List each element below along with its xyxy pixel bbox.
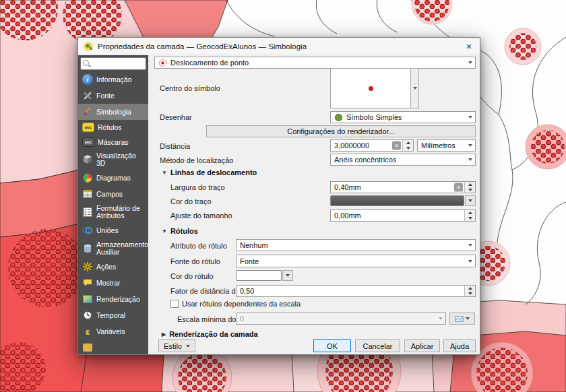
sidebar-item-informacao[interactable]: i Informação	[78, 71, 148, 88]
sidebar-item-formulario[interactable]: Formulário de Atributos	[78, 202, 148, 222]
label-attribute-combobox[interactable]: Nenhum	[236, 239, 476, 251]
spin-down-icon	[468, 189, 472, 191]
gear-icon	[82, 261, 93, 272]
joins-icon	[82, 225, 93, 236]
spin-buttons[interactable]	[464, 286, 475, 296]
info-icon: i	[82, 74, 93, 85]
ok-button[interactable]: OK	[313, 339, 351, 352]
sidebar-item-unioes[interactable]: Uniões	[78, 222, 148, 238]
variables-icon: ε	[82, 326, 93, 337]
sidebar-item-acoes[interactable]: Ações	[78, 259, 148, 275]
symbology-panel: Deslocamento de ponto Centro do símbolo …	[148, 55, 480, 354]
apply-button[interactable]: Aplicar	[404, 339, 440, 352]
sidebar-search[interactable]	[80, 57, 146, 70]
sub-renderer-combobox[interactable]: Símbolo Simples	[330, 111, 476, 123]
point-displacement-icon	[158, 59, 167, 67]
close-icon[interactable]: ✕	[458, 38, 480, 55]
rendering-icon	[82, 294, 93, 304]
cancel-button[interactable]: Cancelar	[355, 339, 400, 352]
set-current-scale-button[interactable]	[449, 313, 475, 325]
spin-down-icon	[468, 292, 472, 295]
sidebar-item-renderizacao[interactable]: Renderização	[78, 291, 148, 307]
displacement-lines-group-header[interactable]: ▼ Linhas de deslocamento	[162, 168, 257, 176]
renderer-combobox[interactable]: Deslocamento de ponto	[154, 57, 476, 69]
label-color-swatch[interactable]	[236, 270, 282, 281]
sidebar-item-more[interactable]	[78, 339, 148, 354]
stroke-color-button[interactable]	[330, 195, 476, 206]
stroke-width-spinbox[interactable]: 0,40mm ✕	[330, 181, 476, 193]
labels-group-header[interactable]: ▼ Rótulos	[162, 227, 198, 235]
properties-sidebar: i Informação Fonte Simbologia abc	[78, 55, 148, 354]
label-color-dropdown[interactable]	[282, 270, 293, 281]
sidebar-item-rotulos[interactable]: abc Rótulos	[78, 120, 148, 135]
sidebar-item-variaveis[interactable]: ε Variáveis	[78, 323, 148, 339]
sidebar-item-fonte[interactable]: Fonte	[78, 88, 148, 104]
clear-value-icon[interactable]: ✕	[454, 183, 463, 192]
label-font-label: Fonte do rótulo	[170, 257, 220, 266]
min-scale-combobox[interactable]: 0	[236, 313, 446, 325]
distance-unit-combobox[interactable]: Milímetros	[417, 139, 476, 152]
sidebar-item-simbologia[interactable]: Simbologia	[78, 104, 148, 120]
dialog-title: Propriedades da camada — GeocodExAlunos …	[98, 42, 307, 51]
spin-up-icon	[406, 141, 410, 144]
spin-buttons[interactable]	[464, 182, 475, 193]
spin-up-icon	[468, 183, 472, 186]
sidebar-item-armazenamento[interactable]: Armazenamento Auxiliar	[78, 238, 148, 259]
marker-dot-icon	[369, 86, 373, 91]
collapse-triangle-icon: ▼	[162, 228, 167, 234]
clear-value-icon[interactable]: ✕	[392, 141, 401, 150]
checkbox-unchecked[interactable]	[170, 300, 179, 308]
sidebar-item-campos[interactable]: Campos	[78, 186, 148, 202]
pie-chart-icon	[82, 172, 93, 183]
placement-method-combobox[interactable]: Anéis concêntricos	[330, 154, 476, 166]
stroke-color-dropdown[interactable]	[465, 195, 476, 206]
spin-buttons[interactable]	[402, 140, 413, 151]
renderer-settings-button[interactable]: Configurações do renderizador...	[206, 125, 476, 137]
sidebar-item-temporal[interactable]: Temporal	[78, 307, 148, 323]
stroke-color-label: Cor do traço	[170, 197, 212, 206]
spin-down-icon	[406, 147, 410, 150]
label-color-label: Cor do rótulo	[170, 272, 214, 281]
layer-rendering-group-header[interactable]: ▶ Renderização da camada	[162, 330, 258, 338]
center-symbol-dropdown-button[interactable]	[410, 68, 419, 108]
placement-method-label: Método de localização	[160, 156, 233, 165]
chevron-down-icon	[468, 244, 472, 247]
chevron-down-icon	[439, 317, 443, 320]
chevron-down-icon	[413, 87, 417, 90]
cube-3d-icon	[82, 154, 93, 165]
scale-dependent-checkbox-row[interactable]: Usar rótulos dependentes da escala	[170, 300, 301, 308]
center-symbol-preview[interactable]	[330, 68, 411, 108]
distance-spinbox[interactable]: 3,0000000 ✕	[330, 139, 414, 152]
collapsed-triangle-icon: ▶	[162, 331, 166, 337]
spin-up-icon	[468, 211, 472, 214]
sidebar-nav: i Informação Fonte Simbologia abc	[78, 71, 148, 354]
sidebar-item-diagramas[interactable]: Diagramas	[78, 170, 148, 186]
chevron-down-icon	[468, 199, 472, 202]
sidebar-search-input[interactable]	[89, 58, 144, 69]
help-button[interactable]: Ajuda	[443, 339, 476, 352]
label-font-button[interactable]: Fonte	[236, 255, 476, 267]
chevron-down-icon	[468, 61, 472, 64]
center-symbol-label: Centro do símbolo	[160, 84, 220, 93]
clock-icon	[82, 310, 93, 321]
single-symbol-icon	[334, 113, 343, 122]
sidebar-item-mascaras[interactable]: abc Máscaras	[78, 135, 148, 150]
spin-buttons[interactable]	[464, 210, 475, 221]
map-scale-icon	[455, 315, 464, 323]
label-distance-factor-spinbox[interactable]: 0,50	[236, 285, 476, 297]
chevron-down-icon	[466, 317, 470, 320]
sidebar-item-3d[interactable]: Visualização 3D	[78, 150, 148, 170]
dialog-titlebar[interactable]: Propriedades da camada — GeocodExAlunos …	[78, 38, 480, 55]
source-icon	[82, 90, 93, 101]
spin-down-icon	[468, 217, 472, 220]
label-color-button[interactable]	[236, 270, 293, 281]
sidebar-item-mostrar[interactable]: Mostrar	[78, 275, 148, 291]
size-adjust-spinbox[interactable]: 0,00mm	[330, 209, 476, 222]
stroke-color-swatch[interactable]	[330, 195, 464, 206]
size-adjust-label: Ajuste do tamanho	[170, 211, 232, 220]
fields-table-icon	[82, 189, 93, 199]
chevron-down-icon	[468, 260, 472, 263]
style-menu-button[interactable]: Estilo	[158, 339, 195, 352]
chevron-down-icon	[468, 158, 472, 161]
labels-icon: abc	[82, 123, 94, 132]
